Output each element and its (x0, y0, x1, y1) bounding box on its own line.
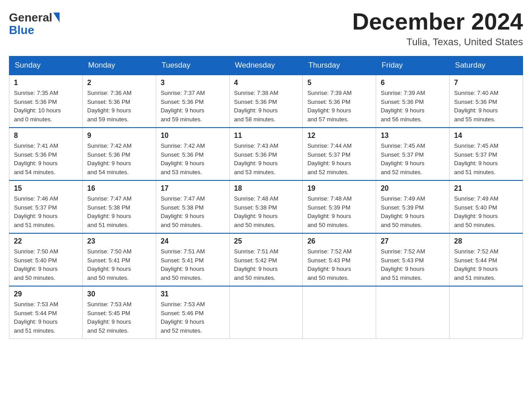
calendar-cell: 12 Sunrise: 7:44 AMSunset: 5:37 PMDaylig… (303, 128, 376, 180)
calendar-cell: 24 Sunrise: 7:51 AMSunset: 5:41 PMDaylig… (156, 233, 229, 286)
day-info: Sunrise: 7:41 AMSunset: 5:36 PMDaylight:… (14, 142, 58, 176)
day-info: Sunrise: 7:45 AMSunset: 5:37 PMDaylight:… (454, 142, 498, 176)
header-wednesday: Wednesday (229, 56, 303, 75)
header-tuesday: Tuesday (156, 56, 229, 75)
header-saturday: Saturday (450, 56, 523, 75)
day-info: Sunrise: 7:48 AMSunset: 5:39 PMDaylight:… (307, 195, 352, 228)
day-info: Sunrise: 7:48 AMSunset: 5:38 PMDaylight:… (234, 195, 279, 228)
calendar-cell: 29 Sunrise: 7:53 AMSunset: 5:44 PMDaylig… (9, 286, 83, 339)
day-number: 20 (381, 184, 445, 193)
day-number: 13 (381, 132, 445, 140)
day-info: Sunrise: 7:37 AMSunset: 5:36 PMDaylight:… (161, 90, 205, 123)
calendar-header-row: SundayMondayTuesdayWednesdayThursdayFrid… (9, 56, 523, 75)
day-info: Sunrise: 7:52 AMSunset: 5:44 PMDaylight:… (454, 248, 498, 281)
day-number: 30 (87, 290, 151, 298)
day-info: Sunrise: 7:47 AMSunset: 5:38 PMDaylight:… (87, 195, 132, 228)
calendar-cell: 5 Sunrise: 7:39 AMSunset: 5:36 PMDayligh… (303, 75, 376, 128)
calendar-cell: 18 Sunrise: 7:48 AMSunset: 5:38 PMDaylig… (229, 180, 303, 233)
calendar-cell (303, 286, 376, 339)
week-row-1: 1 Sunrise: 7:35 AMSunset: 5:36 PMDayligh… (9, 75, 523, 128)
calendar-cell: 28 Sunrise: 7:52 AMSunset: 5:44 PMDaylig… (450, 233, 523, 286)
calendar-cell: 10 Sunrise: 7:42 AMSunset: 5:36 PMDaylig… (156, 128, 229, 180)
day-info: Sunrise: 7:39 AMSunset: 5:36 PMDaylight:… (381, 90, 425, 123)
day-info: Sunrise: 7:53 AMSunset: 5:44 PMDaylight:… (14, 301, 58, 334)
calendar-cell: 27 Sunrise: 7:52 AMSunset: 5:43 PMDaylig… (376, 233, 450, 286)
calendar-cell: 19 Sunrise: 7:48 AMSunset: 5:39 PMDaylig… (303, 180, 376, 233)
day-number: 29 (14, 290, 78, 298)
calendar-cell (229, 286, 303, 339)
day-info: Sunrise: 7:45 AMSunset: 5:37 PMDaylight:… (381, 142, 425, 176)
day-info: Sunrise: 7:50 AMSunset: 5:41 PMDaylight:… (87, 248, 132, 281)
day-info: Sunrise: 7:51 AMSunset: 5:41 PMDaylight:… (161, 248, 205, 281)
day-info: Sunrise: 7:38 AMSunset: 5:36 PMDaylight:… (234, 90, 279, 123)
day-number: 25 (234, 237, 298, 245)
day-info: Sunrise: 7:42 AMSunset: 5:36 PMDaylight:… (161, 142, 205, 176)
day-info: Sunrise: 7:44 AMSunset: 5:37 PMDaylight:… (307, 142, 352, 176)
day-info: Sunrise: 7:47 AMSunset: 5:38 PMDaylight:… (161, 195, 205, 228)
calendar-cell: 14 Sunrise: 7:45 AMSunset: 5:37 PMDaylig… (450, 128, 523, 180)
day-number: 16 (87, 184, 151, 193)
logo-triangle-icon (53, 13, 60, 22)
calendar-cell: 15 Sunrise: 7:46 AMSunset: 5:37 PMDaylig… (9, 180, 83, 233)
day-number: 18 (234, 184, 298, 193)
day-info: Sunrise: 7:39 AMSunset: 5:36 PMDaylight:… (307, 90, 352, 123)
calendar-table: SundayMondayTuesdayWednesdayThursdayFrid… (9, 56, 523, 339)
header-thursday: Thursday (303, 56, 376, 75)
day-info: Sunrise: 7:51 AMSunset: 5:42 PMDaylight:… (234, 248, 279, 281)
month-title: December 2024 (352, 9, 523, 34)
day-number: 14 (454, 132, 518, 140)
day-number: 10 (161, 132, 225, 140)
day-number: 11 (234, 132, 298, 140)
day-number: 23 (87, 237, 151, 245)
calendar-cell: 25 Sunrise: 7:51 AMSunset: 5:42 PMDaylig… (229, 233, 303, 286)
day-number: 1 (14, 79, 78, 87)
calendar-cell: 17 Sunrise: 7:47 AMSunset: 5:38 PMDaylig… (156, 180, 229, 233)
day-number: 12 (307, 132, 371, 140)
week-row-5: 29 Sunrise: 7:53 AMSunset: 5:44 PMDaylig… (9, 286, 523, 339)
day-number: 7 (454, 79, 518, 87)
calendar-cell (450, 286, 523, 339)
calendar-cell: 11 Sunrise: 7:43 AMSunset: 5:36 PMDaylig… (229, 128, 303, 180)
week-row-3: 15 Sunrise: 7:46 AMSunset: 5:37 PMDaylig… (9, 180, 523, 233)
day-info: Sunrise: 7:35 AMSunset: 5:36 PMDaylight:… (14, 90, 61, 123)
calendar-cell: 2 Sunrise: 7:36 AMSunset: 5:36 PMDayligh… (82, 75, 156, 128)
day-info: Sunrise: 7:53 AMSunset: 5:45 PMDaylight:… (87, 301, 132, 334)
day-number: 19 (307, 184, 371, 193)
calendar-cell: 4 Sunrise: 7:38 AMSunset: 5:36 PMDayligh… (229, 75, 303, 128)
day-number: 31 (161, 290, 225, 298)
calendar-cell: 22 Sunrise: 7:50 AMSunset: 5:40 PMDaylig… (9, 233, 83, 286)
day-info: Sunrise: 7:43 AMSunset: 5:36 PMDaylight:… (234, 142, 279, 176)
header-monday: Monday (82, 56, 156, 75)
day-number: 6 (381, 79, 445, 87)
location-title: Tulia, Texas, United States (352, 36, 523, 48)
day-number: 21 (454, 184, 518, 193)
day-info: Sunrise: 7:49 AMSunset: 5:40 PMDaylight:… (454, 195, 498, 228)
logo-general: General (9, 12, 52, 23)
calendar-cell: 16 Sunrise: 7:47 AMSunset: 5:38 PMDaylig… (82, 180, 156, 233)
calendar-cell: 21 Sunrise: 7:49 AMSunset: 5:40 PMDaylig… (450, 180, 523, 233)
day-number: 17 (161, 184, 225, 193)
day-number: 27 (381, 237, 445, 245)
day-info: Sunrise: 7:52 AMSunset: 5:43 PMDaylight:… (381, 248, 425, 281)
calendar-cell: 20 Sunrise: 7:49 AMSunset: 5:39 PMDaylig… (376, 180, 450, 233)
day-number: 28 (454, 237, 518, 245)
day-info: Sunrise: 7:42 AMSunset: 5:36 PMDaylight:… (87, 142, 132, 176)
day-number: 15 (14, 184, 78, 193)
logo: General Blue (9, 9, 60, 37)
calendar-cell: 30 Sunrise: 7:53 AMSunset: 5:45 PMDaylig… (82, 286, 156, 339)
logo-blue: Blue (9, 23, 34, 37)
calendar-cell: 26 Sunrise: 7:52 AMSunset: 5:43 PMDaylig… (303, 233, 376, 286)
day-info: Sunrise: 7:49 AMSunset: 5:39 PMDaylight:… (381, 195, 425, 228)
day-number: 3 (161, 79, 225, 87)
calendar-cell: 9 Sunrise: 7:42 AMSunset: 5:36 PMDayligh… (82, 128, 156, 180)
day-info: Sunrise: 7:53 AMSunset: 5:46 PMDaylight:… (161, 301, 205, 334)
title-section: December 2024 Tulia, Texas, United State… (352, 9, 523, 48)
day-number: 24 (161, 237, 225, 245)
day-info: Sunrise: 7:52 AMSunset: 5:43 PMDaylight:… (307, 248, 352, 281)
day-number: 26 (307, 237, 371, 245)
page-header: General Blue December 2024 Tulia, Texas,… (9, 9, 523, 48)
calendar-cell: 13 Sunrise: 7:45 AMSunset: 5:37 PMDaylig… (376, 128, 450, 180)
header-sunday: Sunday (9, 56, 83, 75)
calendar-cell: 1 Sunrise: 7:35 AMSunset: 5:36 PMDayligh… (9, 75, 83, 128)
day-number: 5 (307, 79, 371, 87)
